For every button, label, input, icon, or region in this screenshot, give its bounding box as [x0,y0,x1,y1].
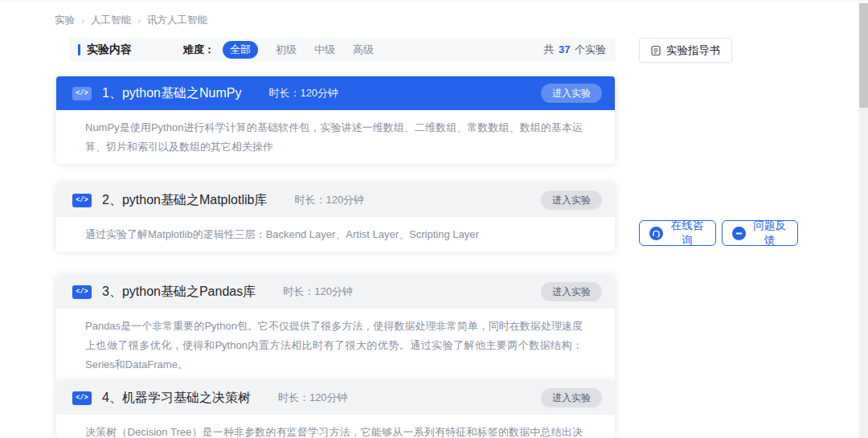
online-consult-label: 在线咨询 [669,219,706,248]
filter-toolbar: 实验内容 难度： 全部 初级 中级 高级 共 37 个实验 [69,38,616,62]
enter-experiment-button[interactable]: 进入实验 [541,84,602,103]
experiment-card: </> 2、python基础之Matplotlib库 时长：120分钟 进入实验… [56,183,615,252]
experiment-description: 通过实验了解Matplotlib的逻辑性三层：Backend Layer、Art… [56,217,615,252]
experiment-card: </> 1、python基础之NumPy 时长：120分钟 进入实验 NumPy… [56,76,615,164]
experiment-title: 2、python基础之Matplotlib库 [102,192,267,209]
experiment-count: 共 37 个实验 [543,43,606,57]
experiment-title: 4、机器学习基础之决策树 [102,390,251,407]
experiment-description: NumPy是使用Python进行科学计算的基础软件包，实验讲述一维数组、二维数组… [56,110,615,164]
breadcrumb-item-ai[interactable]: 人工智能 [91,14,131,27]
scrollbar-thumb[interactable] [859,3,868,108]
enter-experiment-button[interactable]: 进入实验 [541,282,602,301]
experiment-card-header: </> 4、机器学习基础之决策树 时长：120分钟 进入实验 [56,381,615,415]
breadcrumb-item-xunfang-ai[interactable]: 讯方人工智能 [147,14,207,27]
experiment-title: 3、python基础之Pandas库 [102,284,256,301]
code-icon: </> [72,391,92,405]
top-strip [0,0,868,3]
experiment-description: Pandas是一个非常重要的Python包。它不仅提供了很多方法，使得数据处理非… [56,309,615,382]
code-icon: </> [72,285,92,299]
breadcrumb-item-experiments[interactable]: 实验 [55,14,75,27]
difficulty-option-advanced[interactable]: 高级 [353,43,374,57]
breadcrumb-separator: › [81,15,84,27]
code-icon: </> [72,194,92,207]
experiment-list-page: 实验 › 人工智能 › 讯方人工智能 实验内容 难度： 全部 初级 中级 高级 … [0,0,868,438]
experiment-card: </> 4、机器学习基础之决策树 时长：120分钟 进入实验 决策树（Decis… [56,381,615,438]
experiment-description: 决策树（Decision Tree）是一种非参数的有监督学习方法，它能够从一系列… [56,415,615,438]
section-title: 实验内容 [87,43,132,57]
difficulty-option-all[interactable]: 全部 [223,41,258,59]
experiment-duration: 时长：120分钟 [283,284,353,299]
document-icon [650,45,661,56]
experiment-duration: 时长：120分钟 [278,391,348,405]
chat-icon [732,227,746,240]
difficulty-option-intermediate[interactable]: 中级 [314,43,335,57]
code-icon: </> [72,87,92,100]
difficulty-option-beginner[interactable]: 初级 [276,43,297,57]
feedback-label: 问题反馈 [751,219,788,248]
section-accent-bar [78,44,80,55]
difficulty-label: 难度： [183,43,215,57]
feedback-button[interactable]: 问题反馈 [722,220,798,246]
experiment-title: 1、python基础之NumPy [102,85,241,102]
experiment-card-header: </> 3、python基础之Pandas库 时长：120分钟 进入实验 [56,275,615,309]
difficulty-filter: 难度： 全部 初级 中级 高级 [183,41,374,59]
experiment-card-header: </> 1、python基础之NumPy 时长：120分钟 进入实验 [56,76,615,110]
experiment-card: </> 3、python基础之Pandas库 时长：120分钟 进入实验 Pan… [56,275,615,382]
breadcrumb: 实验 › 人工智能 › 讯方人工智能 [55,14,207,27]
experiment-guide-label: 实验指导书 [666,43,721,58]
scrollbar-track[interactable] [859,3,868,438]
breadcrumb-separator: › [137,15,141,27]
experiment-card-header: </> 2、python基础之Matplotlib库 时长：120分钟 进入实验 [56,183,615,217]
experiment-duration: 时长：120分钟 [294,193,364,207]
experiment-duration: 时长：120分钟 [268,86,338,100]
online-consult-button[interactable]: 在线咨询 [639,220,716,246]
enter-experiment-button[interactable]: 进入实验 [541,388,602,407]
enter-experiment-button[interactable]: 进入实验 [541,190,602,210]
experiment-guide-button[interactable]: 实验指导书 [639,38,732,63]
experiment-count-value: 37 [557,43,571,55]
headset-icon [649,227,663,240]
